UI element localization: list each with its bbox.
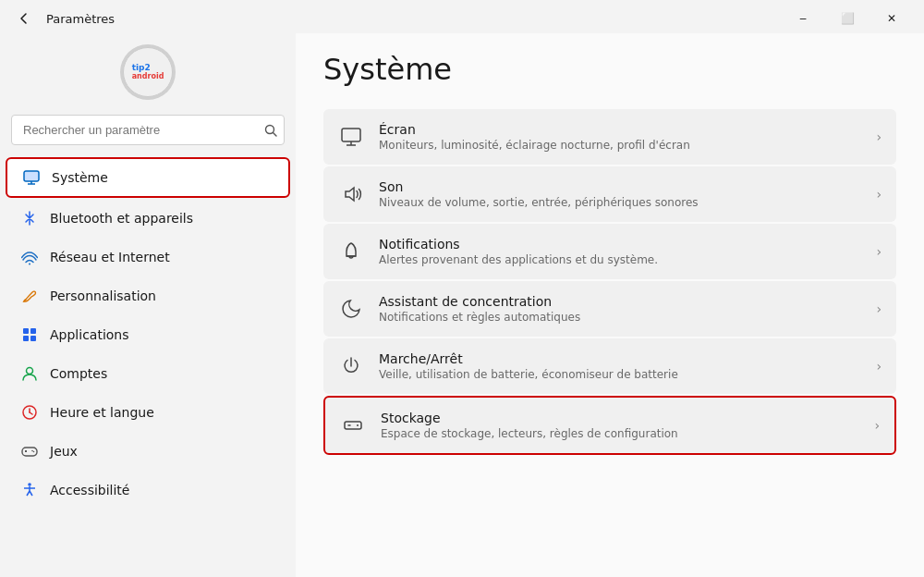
chevron-right-icon: › xyxy=(876,129,881,144)
sidebar-item-comptes[interactable]: Comptes xyxy=(6,355,290,392)
title-bar: Paramètres – ⬜ ✕ xyxy=(0,0,924,33)
setting-notifications[interactable]: Notifications Alertes provenant des appl… xyxy=(323,224,896,279)
sidebar: tip2 android xyxy=(0,33,296,577)
svg-rect-6 xyxy=(23,328,29,334)
setting-marche-arret-desc: Veille, utilisation de batterie, économi… xyxy=(379,368,861,381)
setting-son-desc: Niveaux de volume, sortie, entrée, périp… xyxy=(379,196,861,209)
sidebar-item-jeux-label: Jeux xyxy=(50,444,78,459)
svg-marker-28 xyxy=(346,188,354,201)
sidebar-item-systeme[interactable]: Système xyxy=(6,157,290,198)
brush-icon xyxy=(20,287,39,305)
sidebar-item-bluetooth[interactable]: Bluetooth et appareils xyxy=(6,200,290,237)
setting-notifications-text: Notifications Alertes provenant des appl… xyxy=(379,237,861,266)
storage-icon xyxy=(340,412,366,438)
setting-concentration[interactable]: Assistant de concentration Notifications… xyxy=(323,281,896,337)
main-content: Système Écran Moniteurs, luminosité, écl… xyxy=(296,33,924,577)
search-input[interactable] xyxy=(11,115,285,145)
page-title: Système xyxy=(323,52,896,87)
sidebar-item-perso-label: Personnalisation xyxy=(50,288,156,303)
svg-line-13 xyxy=(30,412,32,414)
network-icon xyxy=(20,248,39,266)
svg-line-23 xyxy=(27,491,30,496)
sidebar-item-systeme-label: Système xyxy=(52,170,108,185)
sidebar-item-comptes-label: Comptes xyxy=(50,366,107,381)
setting-concentration-text: Assistant de concentration Notifications… xyxy=(379,294,861,324)
avatar: tip2 android xyxy=(120,44,176,100)
setting-notifications-desc: Alertes provenant des applications et du… xyxy=(379,253,861,266)
svg-point-5 xyxy=(29,264,30,265)
power-icon xyxy=(338,353,364,379)
setting-marche-arret-text: Marche/Arrêt Veille, utilisation de batt… xyxy=(379,351,861,381)
settings-list: Écran Moniteurs, luminosité, éclairage n… xyxy=(323,109,896,455)
setting-stockage-name: Stockage xyxy=(381,411,859,425)
setting-ecran-desc: Moniteurs, luminosité, éclairage nocturn… xyxy=(379,139,861,152)
sidebar-item-bluetooth-label: Bluetooth et appareils xyxy=(50,211,193,226)
svg-line-24 xyxy=(30,491,32,496)
window-title: Paramètres xyxy=(46,12,115,26)
setting-son[interactable]: Son Niveaux de volume, sortie, entrée, p… xyxy=(323,166,896,222)
bell-icon xyxy=(338,239,364,264)
svg-rect-7 xyxy=(30,328,36,334)
sidebar-item-reseau-label: Réseau et Internet xyxy=(50,250,170,264)
svg-point-18 xyxy=(31,450,33,452)
sidebar-item-applications-label: Applications xyxy=(50,327,129,342)
svg-point-32 xyxy=(357,424,359,426)
setting-stockage[interactable]: Stockage Espace de stockage, lecteurs, r… xyxy=(323,396,896,455)
svg-point-10 xyxy=(27,368,33,374)
close-button[interactable]: ✕ xyxy=(870,6,913,31)
app-content: tip2 android xyxy=(0,33,924,577)
svg-point-19 xyxy=(33,451,35,453)
search-box xyxy=(11,115,285,145)
chevron-right-icon: › xyxy=(876,187,881,202)
svg-rect-9 xyxy=(30,336,36,341)
svg-rect-30 xyxy=(345,422,361,429)
sidebar-item-perso[interactable]: Personnalisation xyxy=(6,277,290,314)
setting-concentration-name: Assistant de concentration xyxy=(379,294,861,309)
svg-rect-14 xyxy=(22,448,37,456)
avatar-logo-text: tip2 android xyxy=(132,64,164,81)
sidebar-item-jeux[interactable]: Jeux xyxy=(6,433,290,470)
accessibility-icon xyxy=(20,481,39,499)
chevron-right-icon: › xyxy=(876,359,881,374)
maximize-button[interactable]: ⬜ xyxy=(826,6,869,31)
svg-line-1 xyxy=(274,132,277,136)
search-button[interactable] xyxy=(264,124,277,137)
chevron-right-icon: › xyxy=(876,301,881,316)
setting-son-text: Son Niveaux de volume, sortie, entrée, p… xyxy=(379,179,861,209)
setting-ecran[interactable]: Écran Moniteurs, luminosité, éclairage n… xyxy=(323,109,896,165)
setting-marche-arret[interactable]: Marche/Arrêt Veille, utilisation de batt… xyxy=(323,338,896,394)
moon-icon xyxy=(338,296,364,322)
clock-icon xyxy=(20,403,39,422)
setting-son-name: Son xyxy=(379,179,861,194)
setting-stockage-desc: Espace de stockage, lecteurs, règles de … xyxy=(381,427,859,440)
sound-icon xyxy=(338,181,364,207)
setting-concentration-desc: Notifications et règles automatiques xyxy=(379,311,861,324)
sidebar-item-reseau[interactable]: Réseau et Internet xyxy=(6,239,290,276)
sidebar-item-heure[interactable]: Heure et langue xyxy=(6,394,290,431)
svg-rect-25 xyxy=(342,129,360,141)
svg-rect-2 xyxy=(24,171,39,181)
bluetooth-icon xyxy=(20,209,39,227)
sidebar-item-accessibilite[interactable]: Accessibilité xyxy=(6,472,290,509)
setting-marche-arret-name: Marche/Arrêt xyxy=(379,351,861,366)
setting-ecran-name: Écran xyxy=(379,122,861,137)
gamepad-icon xyxy=(20,442,39,460)
user-icon xyxy=(20,364,39,383)
title-bar-left: Paramètres xyxy=(11,6,115,31)
avatar-logo: tip2 android xyxy=(123,47,173,97)
sidebar-item-applications[interactable]: Applications xyxy=(6,316,290,353)
svg-point-20 xyxy=(28,483,31,486)
monitor-icon xyxy=(338,124,364,150)
setting-stockage-text: Stockage Espace de stockage, lecteurs, r… xyxy=(381,411,859,440)
chevron-right-icon: › xyxy=(874,418,880,433)
sidebar-item-accessibilite-label: Accessibilité xyxy=(50,483,129,497)
back-button[interactable] xyxy=(11,6,37,31)
monitor-icon xyxy=(22,168,41,187)
setting-ecran-text: Écran Moniteurs, luminosité, éclairage n… xyxy=(379,122,861,152)
chevron-right-icon: › xyxy=(876,244,881,259)
svg-rect-8 xyxy=(23,336,29,341)
minimize-button[interactable]: – xyxy=(782,6,824,31)
apps-icon xyxy=(20,325,39,344)
title-bar-controls: – ⬜ ✕ xyxy=(782,6,913,31)
sidebar-item-heure-label: Heure et langue xyxy=(50,405,154,420)
